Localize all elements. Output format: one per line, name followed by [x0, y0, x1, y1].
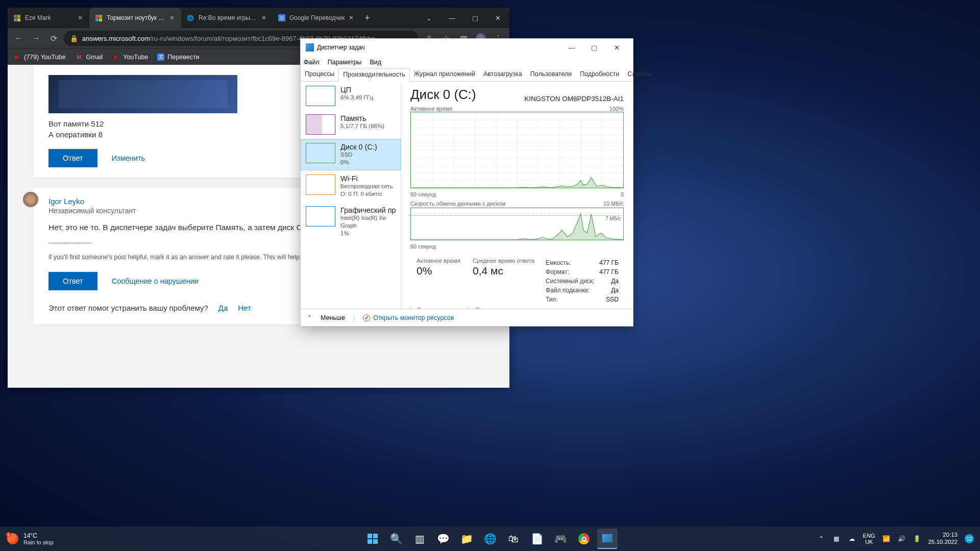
chart-label: Скорость обмена данными с диском: [410, 201, 505, 207]
tab-details[interactable]: Подробности: [576, 68, 623, 81]
chevron-up-icon[interactable]: ⌃: [307, 314, 312, 321]
chrome-icon[interactable]: [574, 529, 594, 549]
fewer-details-link[interactable]: Меньше: [321, 314, 345, 321]
tab-app-history[interactable]: Журнал приложений: [410, 68, 479, 81]
close-icon[interactable]: ✕: [260, 14, 268, 22]
explorer-icon[interactable]: 📁: [456, 529, 477, 549]
tab-1[interactable]: Тормозит ноутбук при✕: [89, 8, 181, 28]
tm-tab-strip: Процессы Производительность Журнал прило…: [301, 68, 633, 82]
tab-2[interactable]: 🌐Re:Во время игры час✕: [181, 8, 273, 28]
maximize-button[interactable]: ▢: [463, 8, 486, 28]
avatar[interactable]: [23, 192, 38, 207]
close-icon[interactable]: ✕: [76, 14, 84, 22]
menu-view[interactable]: Вид: [370, 59, 381, 66]
sidebar-item-cpu[interactable]: ЦП6% 3,49 ГГц: [301, 82, 401, 110]
chart-max: 100%: [609, 106, 624, 112]
cloud-icon[interactable]: ☁: [848, 535, 856, 543]
taskbar-center: 🔍 ▥ 💬 📁 🌐 🛍 📄 🎮: [362, 529, 618, 549]
bookmark-gmail[interactable]: MGmail: [75, 53, 103, 61]
language-indicator[interactable]: ENGUK: [863, 533, 875, 545]
word-icon[interactable]: 📄: [527, 529, 547, 549]
task-view-button[interactable]: ▥: [409, 529, 430, 549]
weather-widget[interactable]: 14°CRain to stop: [0, 532, 54, 545]
forward-button[interactable]: →: [29, 31, 43, 45]
onedrive-icon[interactable]: ▦: [832, 535, 841, 543]
wifi-icon[interactable]: 📶: [882, 535, 890, 543]
start-button[interactable]: [362, 529, 383, 549]
helpful-yes[interactable]: Да: [218, 304, 228, 312]
tm-titlebar[interactable]: Диспетчер задач — ▢ ✕: [301, 39, 633, 56]
tab-users[interactable]: Пользователи: [526, 68, 576, 81]
close-icon[interactable]: ✕: [168, 14, 176, 22]
author-link[interactable]: Igor Leyko: [48, 197, 84, 206]
menu-options[interactable]: Параметры: [328, 59, 362, 66]
reply-button[interactable]: Ответ: [48, 149, 97, 167]
lock-icon: 🔒: [70, 35, 78, 42]
bookmark-youtube-779[interactable]: ▶(779) YouTube: [13, 53, 66, 61]
maximize-button[interactable]: ▢: [583, 40, 605, 55]
helpful-no[interactable]: Нет: [238, 304, 251, 312]
reply-button[interactable]: Ответ: [48, 272, 97, 290]
browser-titlebar: Eze Mark✕ Тормозит ноутбук при✕ 🌐Re:Во в…: [8, 8, 509, 28]
battery-icon[interactable]: 🔋: [913, 535, 921, 543]
sidebar-item-memory[interactable]: Память5,1/7,7 ГБ (66%): [301, 110, 401, 139]
clock[interactable]: 20:1325.10.2022: [928, 532, 958, 546]
tab-0[interactable]: Eze Mark✕: [8, 8, 89, 28]
task-manager-icon: [306, 43, 314, 52]
bookmark-youtube[interactable]: ▶YouTube: [112, 53, 148, 61]
report-link[interactable]: Сообщение о нарушении: [112, 277, 199, 285]
disk-thumb-icon: [306, 143, 335, 163]
sidebar-item-disk[interactable]: Диск 0 (C:)SSD 0%: [301, 139, 401, 170]
tray-chevron-icon[interactable]: ⌃: [817, 535, 825, 543]
close-button[interactable]: ✕: [605, 40, 628, 55]
sidebar-item-gpu[interactable]: Графический проIntel(R) Iris(R) Xe Graph…: [301, 202, 401, 241]
bookmark-translate[interactable]: 文Перевести: [157, 54, 199, 61]
reload-button[interactable]: ⟳: [46, 31, 61, 45]
ms-logo-icon: [94, 14, 103, 22]
open-resource-monitor-link[interactable]: Открыть монитор ресурсов: [363, 314, 454, 321]
edit-link[interactable]: Изменить: [112, 154, 145, 162]
minimize-button[interactable]: —: [560, 40, 583, 55]
temperature: 14°C: [23, 532, 54, 539]
xbox-icon[interactable]: 🎮: [550, 529, 571, 549]
tm-footer: ⌃ Меньше | Открыть монитор ресурсов: [301, 309, 633, 326]
stat-label: Среднее время ответа: [473, 258, 534, 264]
close-button[interactable]: ✕: [486, 8, 509, 28]
task-manager-taskbar-icon[interactable]: [597, 529, 618, 549]
youtube-icon: ▶: [13, 53, 21, 61]
task-manager-window: Диспетчер задач — ▢ ✕ Файл Параметры Вид…: [300, 38, 633, 327]
caret-down-icon[interactable]: ⌄: [418, 8, 440, 28]
transfer-rate-chart: 7 МБ/с: [410, 208, 624, 240]
tab-services[interactable]: Службы: [623, 68, 655, 81]
back-button[interactable]: ←: [12, 31, 26, 45]
close-icon[interactable]: ✕: [347, 14, 355, 22]
wifi-thumb-icon: [306, 174, 335, 195]
tab-3[interactable]: GGoogle Переводчик✕: [273, 8, 360, 28]
tab-startup[interactable]: Автозагрузка: [479, 68, 526, 81]
notification-badge[interactable]: 12: [965, 534, 974, 543]
window-controls: ⌄ — ▢ ✕: [418, 8, 509, 28]
store-icon[interactable]: 🛍: [503, 529, 524, 549]
chart-x1: 0: [621, 191, 624, 197]
menu-bar: Файл Параметры Вид: [301, 56, 633, 68]
edge-icon[interactable]: 🌐: [480, 529, 500, 549]
minimize-button[interactable]: —: [440, 8, 463, 28]
attached-screenshot[interactable]: [48, 75, 237, 113]
tab-title: Google Переводчик: [289, 14, 345, 21]
menu-file[interactable]: Файл: [304, 59, 320, 66]
table-row: Файл подкачки:Да: [546, 286, 623, 294]
chart-label: Активное время: [410, 106, 452, 112]
chart-x0: 60 секунд: [410, 243, 436, 249]
stat-label: Скорость записи: [475, 307, 521, 309]
tab-performance[interactable]: Производительность: [338, 68, 409, 82]
stat-label: Активное время: [416, 258, 460, 264]
new-tab-button[interactable]: +: [360, 8, 375, 28]
disk-model: KINGSTON OM8PDP3512B-AI1: [524, 95, 624, 103]
search-button[interactable]: 🔍: [386, 529, 406, 549]
chat-app-icon[interactable]: 💬: [433, 529, 453, 549]
volume-icon[interactable]: 🔊: [897, 535, 905, 543]
chart-max: 10 МБ/с: [603, 201, 624, 207]
weather-text: Rain to stop: [23, 539, 54, 545]
tab-processes[interactable]: Процессы: [301, 68, 338, 81]
sidebar-item-wifi[interactable]: Wi-FiБеспроводная сеть О: 0 П: 0 кбит/с: [301, 170, 401, 202]
